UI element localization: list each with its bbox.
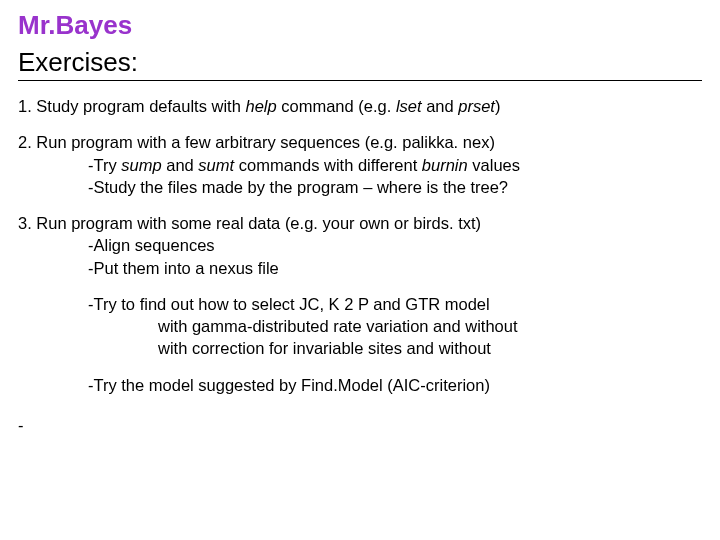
subitem: -Try the model suggested by Find.Model (… bbox=[18, 374, 702, 396]
text: values bbox=[468, 156, 520, 174]
exercise-1: 1. Study program defaults with help comm… bbox=[18, 95, 702, 117]
subitem: -Align sequences bbox=[18, 234, 702, 256]
subsubitem: with gamma-distributed rate variation an… bbox=[18, 315, 702, 337]
exercise-3c: -Try the model suggested by Find.Model (… bbox=[18, 374, 702, 396]
section-heading: Exercises: bbox=[18, 47, 702, 81]
param-burnin: burnin bbox=[422, 156, 468, 174]
cmd-prset: prset bbox=[458, 97, 495, 115]
text: and bbox=[162, 156, 199, 174]
text: command (e.g. bbox=[277, 97, 396, 115]
cmd-sumt: sumt bbox=[198, 156, 234, 174]
subitem: -Try to find out how to select JC, K 2 P… bbox=[18, 293, 702, 315]
trailing-dash: - bbox=[18, 416, 702, 435]
cmd-lset: lset bbox=[396, 97, 422, 115]
cmd-sump: sump bbox=[121, 156, 161, 174]
page-title: Mr.Bayes bbox=[18, 10, 702, 41]
text: 1. Study program defaults with bbox=[18, 97, 245, 115]
subitem: -Study the files made by the program – w… bbox=[18, 176, 702, 198]
text: 3. Run program with some real data (e.g.… bbox=[18, 212, 702, 234]
text: 2. Run program with a few arbitrary sequ… bbox=[18, 131, 702, 153]
subitem: -Try sump and sumt commands with differe… bbox=[18, 154, 702, 176]
text: commands with different bbox=[234, 156, 422, 174]
text: and bbox=[422, 97, 459, 115]
text: -Try bbox=[88, 156, 121, 174]
subitem: -Put them into a nexus file bbox=[18, 257, 702, 279]
text: ) bbox=[495, 97, 501, 115]
exercise-3: 3. Run program with some real data (e.g.… bbox=[18, 212, 702, 279]
cmd-help: help bbox=[245, 97, 276, 115]
exercise-2: 2. Run program with a few arbitrary sequ… bbox=[18, 131, 702, 198]
subsubitem: with correction for invariable sites and… bbox=[18, 337, 702, 359]
exercise-3b: -Try to find out how to select JC, K 2 P… bbox=[18, 293, 702, 360]
